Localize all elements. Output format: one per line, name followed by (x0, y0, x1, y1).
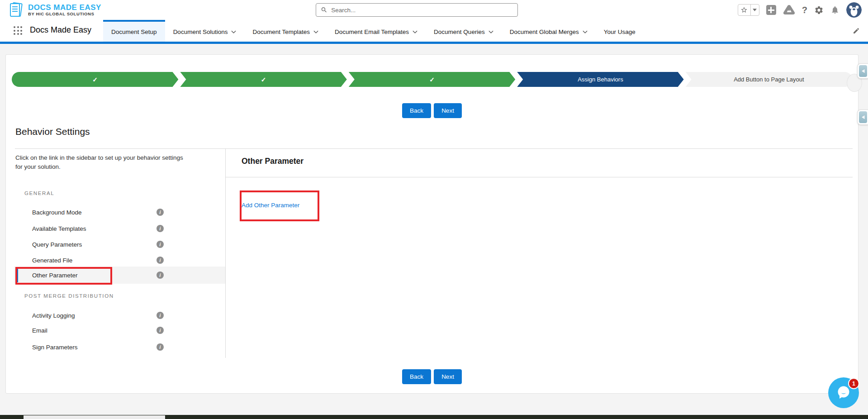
favorites-control (738, 4, 759, 16)
info-icon[interactable]: i (157, 271, 164, 279)
logo-subtitle: BY HIC GLOBAL SOLUTIONS (28, 11, 101, 16)
check-icon: ✓ (429, 76, 435, 83)
back-button-bottom[interactable]: Back (402, 369, 431, 384)
panel-title: Other Parameter (242, 157, 304, 166)
step-label: Assign Behaviors (578, 76, 623, 83)
sidebar-item-label: Background Mode (32, 209, 82, 216)
setup-gear-icon[interactable] (814, 5, 824, 15)
edit-nav-pencil-icon[interactable] (853, 27, 860, 36)
step-label: Add Button to Page Layout (734, 76, 804, 83)
check-icon: ✓ (92, 76, 98, 83)
favorite-star-button[interactable] (738, 5, 750, 15)
sidebar-section-post-merge-distribution: POST MERGE DISTRIBUTION (24, 293, 114, 299)
tab-document-global-merges[interactable]: Document Global Merges (502, 20, 596, 42)
chevron-down-icon (489, 30, 493, 33)
sidebar-item-available-templates[interactable]: Available Templates i (14, 220, 225, 237)
taskbar-sliver (0, 415, 868, 419)
step-assign-behaviors[interactable]: Assign Behaviors (517, 72, 683, 87)
progress-stepper: ✓ ✓ ✓ Assign Behaviors Add Button to Pag… (12, 72, 852, 87)
info-icon[interactable]: i (157, 241, 164, 248)
info-icon[interactable]: i (157, 209, 164, 216)
step-3-complete[interactable]: ✓ (349, 72, 515, 87)
next-button-bottom[interactable]: Next (434, 369, 462, 384)
chevron-down-icon (313, 30, 318, 33)
add-other-parameter-link[interactable]: Add Other Parameter (242, 202, 299, 209)
notifications-bell-icon[interactable] (830, 5, 840, 15)
tab-label: Document Queries (434, 29, 485, 35)
tab-your-usage[interactable]: Your Usage (596, 20, 644, 42)
expand-panel-button-bottom[interactable] (857, 110, 868, 125)
panel-divider (225, 177, 853, 177)
info-icon[interactable]: i (157, 225, 164, 232)
sidebar-divider (225, 148, 226, 358)
logo-title: DOCS MADE EASY (28, 4, 101, 12)
trailhead-icon[interactable] (783, 5, 795, 15)
main-content-card: ✓ ✓ ✓ Assign Behaviors Add Button to Pag… (5, 54, 859, 394)
sidebar-section-general: GENERAL (24, 190, 54, 196)
sidebar-item-background-mode[interactable]: Background Mode i (14, 204, 225, 221)
search-input[interactable] (331, 7, 513, 14)
info-icon[interactable]: i (157, 327, 164, 334)
sidebar-item-label: Query Parameters (32, 241, 82, 248)
sidebar-item-other-parameter[interactable]: Other Parameter i (14, 267, 225, 284)
step-1-complete[interactable]: ✓ (12, 72, 178, 87)
taskbar-sliver-segment (24, 415, 165, 419)
step-2-complete[interactable]: ✓ (180, 72, 346, 87)
app-name[interactable]: Docs Made Easy (30, 25, 91, 42)
sidebar-item-label: Available Templates (32, 225, 86, 232)
help-icon[interactable]: ? (802, 5, 807, 15)
expand-panel-button-top[interactable] (857, 63, 868, 79)
star-icon (740, 6, 748, 14)
chevron-down-icon (583, 30, 588, 33)
tab-label: Document Templates (252, 29, 310, 35)
tab-label: Your Usage (604, 29, 636, 35)
tab-label: Document Email Templates (335, 29, 409, 35)
page-title: Behavior Settings (15, 126, 90, 137)
tab-label: Document Global Merges (510, 29, 579, 35)
app-launcher-waffle-icon[interactable] (14, 26, 23, 35)
back-button-top[interactable]: Back (402, 103, 431, 118)
triangle-left-icon (861, 69, 865, 73)
tab-label: Document Solutions (173, 29, 228, 35)
tab-document-templates[interactable]: Document Templates (244, 20, 327, 42)
tab-document-queries[interactable]: Document Queries (426, 20, 502, 42)
global-header: DOCS MADE EASY BY HIC GLOBAL SOLUTIONS (0, 0, 868, 20)
chevron-down-icon (231, 30, 236, 33)
docs-logo-icon (8, 2, 25, 18)
sidebar-description: Click on the link in the sidebar to set … (15, 153, 184, 171)
sidebar-item-email[interactable]: Email i (14, 322, 225, 339)
search-icon (321, 6, 327, 14)
next-button-top[interactable]: Next (434, 103, 462, 118)
favorites-dropdown-button[interactable] (750, 5, 759, 15)
sidebar-item-label: Sign Parameters (32, 344, 78, 351)
sidebar-item-label: Other Parameter (32, 272, 78, 279)
info-icon[interactable]: i (157, 343, 164, 351)
tab-label: Document Setup (111, 29, 157, 35)
sidebar-item-label: Email (32, 327, 47, 334)
tab-document-solutions[interactable]: Document Solutions (165, 20, 245, 42)
nav-tabs: Document Setup Document Solutions Docume… (103, 20, 644, 42)
tab-document-setup[interactable]: Document Setup (103, 20, 165, 42)
app-logo: DOCS MADE EASY BY HIC GLOBAL SOLUTIONS (8, 2, 101, 18)
check-icon: ✓ (261, 76, 266, 83)
step-add-button-to-page-layout[interactable]: Add Button to Page Layout (686, 72, 852, 87)
sidebar-item-label: Activity Logging (32, 312, 75, 319)
tab-document-email-templates[interactable]: Document Email Templates (327, 20, 426, 42)
chat-notification-badge: 1 (848, 378, 859, 389)
sidebar-item-query-parameters[interactable]: Query Parameters i (14, 236, 225, 253)
info-icon[interactable]: i (157, 312, 164, 319)
sidebar-item-sign-parameters[interactable]: Sign Parameters i (14, 338, 225, 356)
chevron-down-icon (413, 30, 417, 33)
app-navigation-bar: Docs Made Easy Document Setup Document S… (0, 20, 868, 44)
info-icon[interactable]: i (157, 257, 164, 264)
caret-down-icon (753, 9, 757, 11)
global-search[interactable] (316, 3, 518, 17)
triangle-left-icon (861, 115, 865, 119)
title-divider (15, 148, 853, 149)
global-actions-button[interactable] (766, 5, 776, 15)
user-avatar[interactable] (846, 2, 862, 18)
sidebar-item-label: Generated File (32, 257, 72, 264)
